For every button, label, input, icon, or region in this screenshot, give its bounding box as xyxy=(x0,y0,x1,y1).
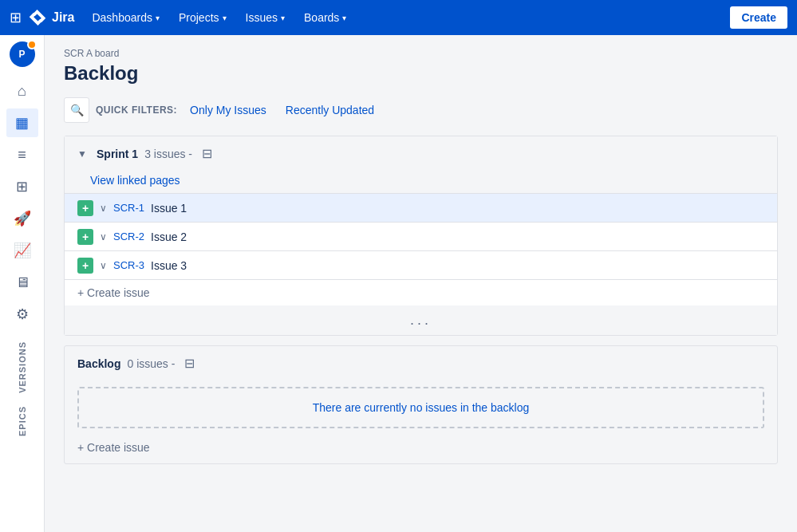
sprint-create-issue-label: + Create issue xyxy=(77,286,150,299)
quick-filters-label: QUICK FILTERS: xyxy=(96,104,177,116)
issue-row: + ∨ SCR-1 Issue 1 xyxy=(65,193,777,222)
create-button[interactable]: Create xyxy=(730,6,787,29)
issue-key-2[interactable]: SCR-2 xyxy=(113,231,144,242)
dashboards-chevron: ▾ xyxy=(156,14,160,22)
sidebar-icon-settings[interactable]: ⚙ xyxy=(6,300,38,329)
issue-chevron-3[interactable]: ∨ xyxy=(100,260,107,271)
nav-projects[interactable]: Projects ▾ xyxy=(171,6,235,29)
backlog-meta: 0 issues - xyxy=(127,357,175,370)
issue-add-button-1[interactable]: + xyxy=(77,200,93,216)
issue-chevron-2[interactable]: ∨ xyxy=(100,231,107,242)
top-navigation: ⊞ Jira Dashboards ▾ Projects ▾ Issues ▾ … xyxy=(0,0,797,35)
issue-add-button-2[interactable]: + xyxy=(77,229,93,245)
issue-row: + ∨ SCR-3 Issue 3 xyxy=(65,250,777,279)
backlog-board-icon[interactable]: ⊟ xyxy=(184,356,195,371)
quick-filters-bar: 🔍 QUICK FILTERS: Only My Issues Recently… xyxy=(64,97,778,123)
jira-logo-svg xyxy=(28,8,47,27)
board-label: SCR A board xyxy=(64,48,778,59)
backlog-create-issue-label: + Create issue xyxy=(77,441,150,454)
versions-label[interactable]: VERSIONS xyxy=(18,341,27,393)
projects-chevron: ▾ xyxy=(223,14,227,22)
issue-key-1[interactable]: SCR-1 xyxy=(113,202,144,214)
sprint-toggle-icon[interactable]: ▼ xyxy=(77,148,90,160)
left-sidebar: P ⌂ ▦ ≡ ⊞ 🚀 📈 🖥 ⚙ VERSIONS EPICS xyxy=(0,35,45,532)
view-linked-pages-link[interactable]: View linked pages xyxy=(65,171,777,193)
sidebar-icon-list[interactable]: ≡ xyxy=(6,140,38,169)
nav-issues[interactable]: Issues ▾ xyxy=(238,6,293,29)
sprint-create-issue-row[interactable]: + Create issue xyxy=(65,279,777,305)
search-icon: 🔍 xyxy=(70,104,84,116)
sidebar-icon-rocket[interactable]: 🚀 xyxy=(6,204,38,233)
boards-chevron: ▾ xyxy=(342,14,346,22)
sprint-meta: 3 issues - xyxy=(144,148,192,160)
backlog-title: Backlog xyxy=(77,357,120,370)
sprint-ellipsis: ... xyxy=(65,305,777,335)
backlog-empty-message: There are currently no issues in the bac… xyxy=(77,387,764,428)
nav-boards[interactable]: Boards ▾ xyxy=(296,6,354,29)
backlog-create-issue-row[interactable]: + Create issue xyxy=(65,435,777,463)
jira-logo[interactable]: Jira xyxy=(28,8,74,27)
issue-add-button-3[interactable]: + xyxy=(77,258,93,274)
issue-summary-1: Issue 1 xyxy=(151,202,187,215)
notification-badge xyxy=(27,40,37,49)
nav-dashboards[interactable]: Dashboards ▾ xyxy=(84,6,168,29)
issues-chevron: ▾ xyxy=(281,14,285,22)
recently-updated-filter[interactable]: Recently Updated xyxy=(279,100,381,120)
page-title: Backlog xyxy=(64,62,778,85)
sidebar-icon-home[interactable]: ⌂ xyxy=(6,77,38,105)
issue-summary-3: Issue 3 xyxy=(151,259,187,272)
sprint-section: ▼ Sprint 1 3 issues - ⊟ View linked page… xyxy=(64,136,778,336)
backlog-section: Backlog 0 issues - ⊟ There are currently… xyxy=(64,345,778,464)
main-content: SCR A board Backlog 🔍 QUICK FILTERS: Onl… xyxy=(45,35,797,532)
sidebar-icon-monitor[interactable]: 🖥 xyxy=(6,268,38,297)
sprint-name: Sprint 1 xyxy=(97,148,138,160)
issue-key-3[interactable]: SCR-3 xyxy=(113,259,144,271)
only-my-issues-filter[interactable]: Only My Issues xyxy=(183,100,273,120)
issue-summary-2: Issue 2 xyxy=(151,231,187,243)
backlog-header: Backlog 0 issues - ⊟ xyxy=(65,346,777,380)
grid-icon[interactable]: ⊞ xyxy=(10,9,22,26)
epics-label[interactable]: EPICS xyxy=(18,406,27,436)
avatar[interactable]: P xyxy=(10,41,35,67)
issue-chevron-1[interactable]: ∨ xyxy=(100,203,107,214)
sprint-header: ▼ Sprint 1 3 issues - ⊟ xyxy=(65,136,777,171)
sprint-board-icon[interactable]: ⊟ xyxy=(202,146,212,161)
sidebar-icon-grid[interactable]: ⊞ xyxy=(6,172,38,201)
sidebar-icon-chart[interactable]: 📈 xyxy=(6,236,38,265)
issue-row: + ∨ SCR-2 Issue 2 xyxy=(65,222,777,250)
logo-text: Jira xyxy=(52,10,74,25)
search-button[interactable]: 🔍 xyxy=(64,97,89,123)
sidebar-icon-board[interactable]: ▦ xyxy=(6,108,38,137)
